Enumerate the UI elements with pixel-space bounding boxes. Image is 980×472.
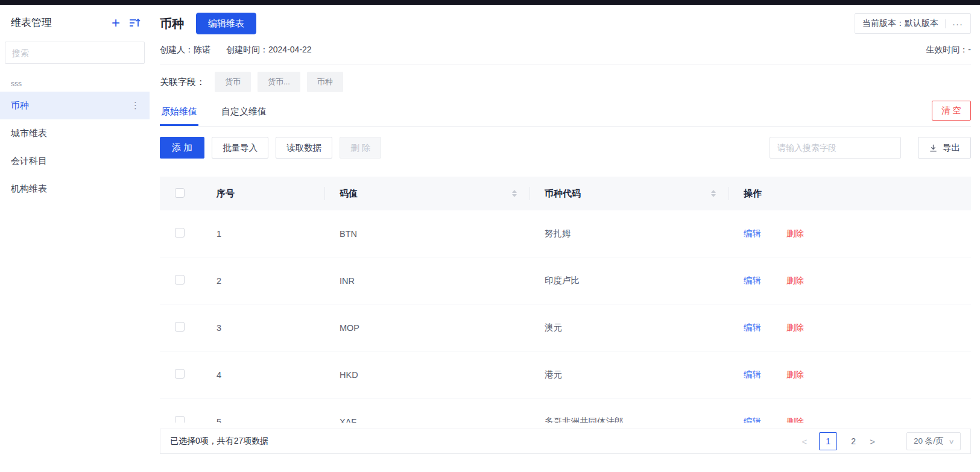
column-header-actions: 操作 bbox=[729, 188, 971, 200]
sidebar-item[interactable]: 城市维表 bbox=[0, 119, 150, 147]
edit-link[interactable]: 编辑 bbox=[744, 275, 761, 286]
row-index: 4 bbox=[197, 370, 325, 380]
tab-active[interactable]: 原始维值 bbox=[160, 101, 198, 126]
sort-list-icon[interactable] bbox=[128, 17, 141, 29]
sidebar-item-label: 城市维表 bbox=[11, 128, 140, 139]
edit-link[interactable]: 编辑 bbox=[744, 322, 761, 333]
delete-link[interactable]: 删除 bbox=[786, 416, 804, 423]
select-all-checkbox[interactable] bbox=[175, 188, 185, 198]
tab-inactive[interactable]: 自定义维值 bbox=[220, 101, 268, 126]
created-value: 2024-04-22 bbox=[268, 45, 312, 54]
next-page-icon[interactable]: > bbox=[870, 436, 875, 447]
more-actions-icon[interactable]: ··· bbox=[952, 19, 963, 29]
selection-summary: 已选择0项，共有27项数据 bbox=[170, 436, 268, 447]
page-button[interactable]: 1 bbox=[819, 432, 837, 450]
row-index: 5 bbox=[197, 417, 325, 423]
table-header: 序号 码值 币种代码 操作 bbox=[160, 177, 971, 210]
add-dimension-icon[interactable]: + bbox=[112, 17, 120, 29]
row-currency-name: 努扎姆 bbox=[530, 228, 729, 239]
row-currency-name: 澳元 bbox=[530, 322, 729, 333]
row-checkbox[interactable] bbox=[175, 416, 185, 423]
row-index: 3 bbox=[197, 323, 325, 333]
row-checkbox-cell bbox=[160, 416, 197, 423]
page-size-select[interactable]: 20 条/页 ∨ bbox=[906, 432, 961, 450]
read-data-button[interactable]: 读取数据 bbox=[276, 137, 332, 159]
sidebar-group-label: sss bbox=[0, 64, 150, 92]
related-field-tag[interactable]: 货币... bbox=[258, 72, 300, 92]
effective-value: - bbox=[968, 45, 971, 54]
table-search-input[interactable] bbox=[770, 137, 901, 159]
footer-bar: 已选择0项，共有27项数据 < 12 > 20 条/页 ∨ bbox=[160, 429, 971, 454]
creator-value: 陈诺 bbox=[194, 45, 210, 54]
sidebar-item-label: 币种 bbox=[11, 100, 131, 112]
row-index: 1 bbox=[197, 229, 325, 239]
table-body: 1BTN努扎姆编辑删除2INR印度卢比编辑删除3MOP澳元编辑删除4HKD港元编… bbox=[160, 210, 971, 423]
tabs: 原始维值自定义维值 bbox=[160, 101, 289, 126]
effective-time-info: 生效时间：- bbox=[926, 45, 971, 55]
export-button[interactable]: 导出 bbox=[918, 137, 971, 159]
row-code-value: HKD bbox=[325, 370, 530, 380]
current-version-box[interactable]: 当前版本：默认版本 ··· bbox=[855, 13, 971, 34]
sidebar-item-label: 会计科目 bbox=[11, 156, 140, 167]
related-tags: 货币货币...币种 bbox=[215, 72, 350, 92]
edit-link[interactable]: 编辑 bbox=[744, 416, 761, 423]
delete-link[interactable]: 删除 bbox=[786, 322, 804, 333]
edit-link[interactable]: 编辑 bbox=[744, 228, 761, 239]
delete-button[interactable]: 删 除 bbox=[340, 137, 381, 159]
edit-link[interactable]: 编辑 bbox=[744, 369, 761, 380]
table-row: 5XAF多哥非洲共同体法郎编辑删除 bbox=[160, 398, 971, 423]
row-checkbox-cell bbox=[160, 369, 197, 380]
related-field-tag[interactable]: 货币 bbox=[215, 72, 251, 92]
edit-dimension-button[interactable]: 编辑维表 bbox=[196, 13, 256, 34]
delete-link[interactable]: 删除 bbox=[786, 369, 804, 380]
divider bbox=[945, 19, 946, 28]
row-checkbox[interactable] bbox=[175, 369, 185, 379]
prev-page-icon[interactable]: < bbox=[801, 436, 807, 447]
sidebar-item[interactable]: 机构维表 bbox=[0, 175, 150, 203]
created-time-info: 创建时间：2024-04-22 bbox=[226, 45, 312, 55]
sidebar-list: 币种⋮城市维表会计科目机构维表 bbox=[0, 92, 150, 203]
current-version-label: 当前版本：默认版本 bbox=[862, 18, 938, 29]
related-fields-label: 关联字段： bbox=[160, 77, 205, 88]
row-currency-name: 港元 bbox=[530, 369, 729, 380]
row-currency-name: 多哥非洲共同体法郎 bbox=[530, 416, 729, 423]
page-title: 币种 bbox=[160, 16, 184, 32]
add-button[interactable]: 添 加 bbox=[160, 137, 204, 159]
batch-import-button[interactable]: 批量导入 bbox=[212, 137, 268, 159]
related-field-tag[interactable]: 币种 bbox=[307, 72, 343, 92]
table-row: 1BTN努扎姆编辑删除 bbox=[160, 210, 971, 257]
table-row: 3MOP澳元编辑删除 bbox=[160, 304, 971, 351]
sort-icon[interactable] bbox=[512, 190, 517, 198]
column-header-index[interactable]: 序号 bbox=[197, 188, 325, 200]
main-content: 币种 编辑维表 当前版本：默认版本 ··· 创建人：陈诺 创建时间：2024-0… bbox=[150, 5, 980, 472]
delete-link[interactable]: 删除 bbox=[786, 275, 804, 286]
row-checkbox-cell bbox=[160, 322, 197, 333]
page-size-value: 20 条/页 bbox=[914, 436, 944, 447]
sidebar-item[interactable]: 币种⋮ bbox=[0, 92, 150, 119]
item-more-icon[interactable]: ⋮ bbox=[131, 100, 140, 111]
row-actions: 编辑删除 bbox=[729, 416, 971, 423]
creator-info: 创建人：陈诺 bbox=[160, 45, 210, 55]
row-currency-name: 印度卢比 bbox=[530, 275, 729, 286]
sidebar-title: 维表管理 bbox=[11, 16, 112, 30]
row-checkbox[interactable] bbox=[175, 322, 185, 332]
row-checkbox[interactable] bbox=[175, 275, 185, 285]
chevron-down-icon: ∨ bbox=[948, 438, 954, 445]
row-actions: 编辑删除 bbox=[729, 369, 971, 380]
sidebar-item[interactable]: 会计科目 bbox=[0, 147, 150, 175]
top-window-bar bbox=[0, 0, 980, 5]
sidebar-item-label: 机构维表 bbox=[11, 183, 140, 195]
column-header-code[interactable]: 码值 bbox=[325, 188, 530, 200]
row-code-value: INR bbox=[325, 276, 530, 286]
row-actions: 编辑删除 bbox=[729, 322, 971, 333]
page-button[interactable]: 2 bbox=[844, 432, 862, 450]
clear-button[interactable]: 清 空 bbox=[932, 101, 971, 121]
delete-link[interactable]: 删除 bbox=[786, 228, 804, 239]
column-header-currency-code[interactable]: 币种代码 bbox=[530, 188, 729, 200]
sidebar-search-input[interactable] bbox=[5, 42, 145, 64]
data-table: 序号 码值 币种代码 操作 1BTN努扎姆编辑删除2INR印度卢比编辑删除3MO… bbox=[160, 177, 971, 423]
sort-icon[interactable] bbox=[711, 190, 716, 198]
table-row: 4HKD港元编辑删除 bbox=[160, 351, 971, 398]
row-checkbox[interactable] bbox=[175, 228, 185, 238]
pagination-pages: 12 bbox=[819, 432, 862, 450]
